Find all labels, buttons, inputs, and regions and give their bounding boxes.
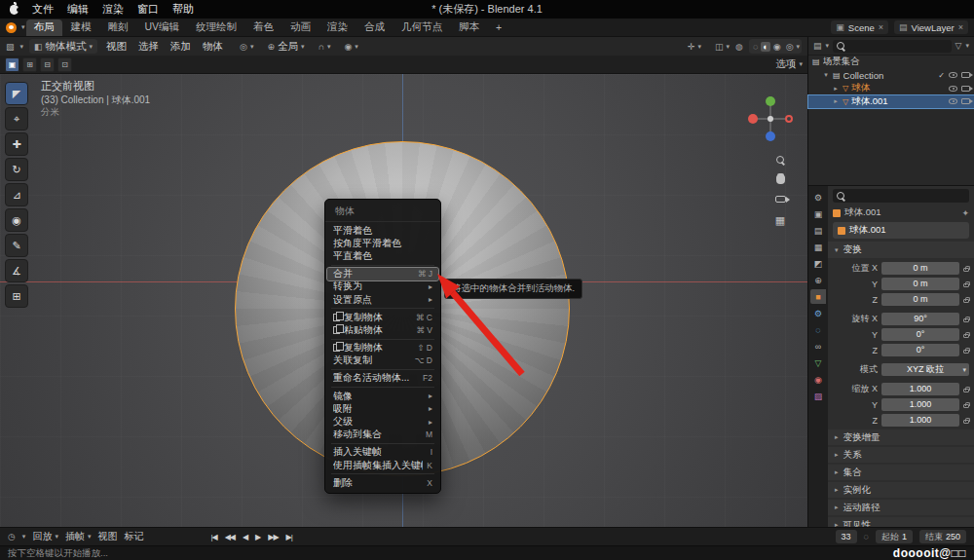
menu-help[interactable]: 帮助 (172, 2, 194, 17)
tool-scale[interactable]: ⊿ (5, 183, 28, 206)
tab-texture[interactable]: ▨ (810, 389, 826, 403)
timeline-menu-marker[interactable]: 标记 (124, 530, 143, 543)
tab-material[interactable]: ◉ (810, 372, 826, 387)
menu-item-duplicate-linked[interactable]: 关联复制⌥ D (325, 355, 440, 367)
rotation-y-field[interactable]: 0° (881, 328, 959, 341)
lock-icon[interactable] (963, 334, 969, 338)
tool-move[interactable]: ✚ (5, 132, 28, 156)
panel-instancing[interactable]: ▸实例化 (828, 482, 974, 498)
workspace-tab-layout[interactable]: 布局 (26, 19, 62, 36)
camera-view-button[interactable] (772, 191, 788, 206)
outliner-editor-chevron-icon[interactable]: ▾ (826, 42, 830, 50)
lock-icon[interactable] (963, 299, 969, 303)
tab-modifiers[interactable]: ⚙ (810, 306, 826, 320)
workspace-tab-scripting[interactable]: 脚本 (451, 19, 487, 36)
editor-type-chevron-icon[interactable]: ▾ (20, 43, 24, 51)
pin-icon[interactable]: ✦ (961, 208, 969, 218)
lock-icon[interactable] (963, 350, 969, 354)
timeline-editor-icon[interactable]: ◷ (8, 532, 16, 541)
shading-solid-icon[interactable]: ◐ (761, 42, 769, 52)
menu-item-paste-objects[interactable]: 粘贴物体⌘ V (325, 323, 440, 336)
viewport-menu-object[interactable]: 物体 (200, 40, 226, 54)
panel-motion-paths[interactable]: ▸运动路径 (828, 500, 974, 515)
lock-icon[interactable] (963, 389, 969, 392)
current-frame-field[interactable]: 33 (836, 530, 857, 543)
outliner-filter-chevron-icon[interactable]: ▾ (965, 42, 969, 50)
auto-keying-icon[interactable]: ◌ (864, 532, 869, 541)
apple-menu-icon[interactable] (10, 5, 19, 15)
show-gizmo-toggle[interactable]: ✛ ▾ (688, 42, 701, 52)
frame-start-field[interactable]: 起始1 (876, 530, 913, 543)
menu-item-rename-active[interactable]: 重命名活动物体...F2 (325, 372, 440, 385)
menu-item-insert-keyframe[interactable]: 插入关键帧I (325, 446, 440, 459)
eye-icon[interactable] (949, 72, 957, 78)
outliner-editor-icon[interactable]: ▤ (813, 41, 822, 51)
timeline-menu-keying[interactable]: 插帧▾ (65, 530, 92, 543)
menu-item-shade-flat[interactable]: 平直着色 (325, 249, 440, 262)
outliner-filter-icon[interactable]: ▽ (955, 41, 962, 51)
menu-item-parent[interactable]: 父级▸ (325, 415, 440, 428)
proportional-edit-dropdown[interactable]: ◉ ▾ (344, 42, 357, 52)
menu-item-snap[interactable]: 吸附▸ (325, 402, 440, 415)
tool-transform[interactable]: ◉ (5, 208, 28, 232)
viewport-canvas[interactable]: 正交前视图 (33) Collection | 球体.001 分米 ◤ ⌖ ✚ … (0, 74, 807, 527)
menu-item-join[interactable]: 合并⌘ J (327, 268, 438, 280)
outliner-row-scene-collection[interactable]: ▤ 场景集合 (808, 56, 974, 69)
exclude-checkbox-icon[interactable]: ✓ (938, 71, 945, 80)
blender-logo-icon[interactable] (6, 22, 17, 33)
xray-toggle-icon[interactable]: ◍ (735, 42, 743, 52)
properties-search-input[interactable] (833, 189, 969, 203)
pivot-dropdown[interactable]: ◎ ▾ (240, 42, 253, 52)
tab-object-data[interactable]: ▽ (810, 355, 826, 370)
panel-visibility[interactable]: ▸可见性 (828, 517, 974, 527)
rotation-x-field[interactable]: 90° (881, 313, 959, 325)
gizmo-x-neg-ball[interactable] (785, 115, 793, 123)
menu-item-mirror[interactable]: 镜像▸ (325, 390, 440, 402)
shading-chevron-icon[interactable]: ▾ (796, 43, 800, 51)
tool-add-cube[interactable]: ⊞ (5, 284, 28, 308)
select-mode-extend-icon[interactable]: ⊞ (22, 57, 37, 72)
scale-x-field[interactable]: 1.000 (881, 383, 959, 395)
outliner-row-sphere[interactable]: ▸ ▽ 球体 (808, 82, 974, 95)
workspace-tab-uv[interactable]: UV编辑 (137, 19, 188, 36)
jump-to-start-button[interactable]: |◀ (208, 533, 218, 541)
render-camera-icon[interactable] (961, 86, 970, 92)
outliner-row-sphere-001[interactable]: ▸ ▽ 球体.001 (808, 95, 974, 109)
timeline-menu-playback[interactable]: 回放▾ (32, 530, 58, 543)
timeline-editor-chevron-icon[interactable]: ▾ (22, 533, 26, 541)
menu-window[interactable]: 窗口 (137, 2, 159, 17)
tab-tool[interactable]: ⚙ (810, 190, 826, 205)
tool-annotate[interactable]: ✎ (5, 234, 28, 257)
viewport-menu-add[interactable]: 添加 (168, 40, 194, 54)
lock-icon[interactable] (963, 268, 969, 272)
location-x-field[interactable]: 0 m (881, 262, 959, 275)
next-keyframe-button[interactable]: ▶▶ (266, 533, 280, 541)
menu-item-shade-auto-smooth[interactable]: 按角度平滑着色 (325, 237, 440, 249)
tool-measure[interactable]: ∡ (5, 259, 28, 282)
shading-material-icon[interactable]: ◉ (771, 42, 783, 52)
navigation-gizmo[interactable] (749, 97, 792, 140)
tab-physics[interactable]: ◌ (810, 322, 826, 337)
timeline-menu-view[interactable]: 视图 (97, 530, 117, 543)
menu-item-move-to-collection[interactable]: 移动到集合M (325, 429, 440, 441)
transform-panel-header[interactable]: ▾ 变换 (828, 242, 974, 258)
workspace-tab-modeling[interactable]: 建模 (63, 19, 99, 36)
pan-button[interactable] (772, 171, 788, 187)
panel-collections[interactable]: ▸集合 (828, 465, 974, 480)
lock-icon[interactable] (963, 420, 969, 424)
zoom-button[interactable] (772, 152, 788, 168)
panel-delta-transform[interactable]: ▸变换增量 (828, 429, 974, 445)
options-chevron-icon[interactable]: ▾ (799, 60, 803, 68)
menu-edit[interactable]: 编辑 (67, 2, 89, 17)
scale-z-field[interactable]: 1.000 (881, 414, 959, 427)
orientation-dropdown[interactable]: ⊕ 全局 ▾ (267, 40, 304, 54)
tab-world[interactable]: ⊕ (810, 273, 826, 287)
collapse-caret-icon[interactable]: ▾ (822, 71, 830, 79)
expand-caret-icon[interactable]: ▸ (832, 97, 840, 105)
menu-item-insert-keyframe-set[interactable]: 使用插帧集插入关键帧K (325, 459, 440, 471)
select-mode-subtract-icon[interactable]: ⊟ (40, 57, 55, 72)
viewlayer-selector[interactable]: ▤ ViewLayer × (894, 20, 968, 34)
tab-output[interactable]: ▤ (810, 223, 826, 238)
menu-file[interactable]: 文件 (32, 2, 54, 17)
gizmo-z-ball[interactable] (766, 131, 775, 141)
